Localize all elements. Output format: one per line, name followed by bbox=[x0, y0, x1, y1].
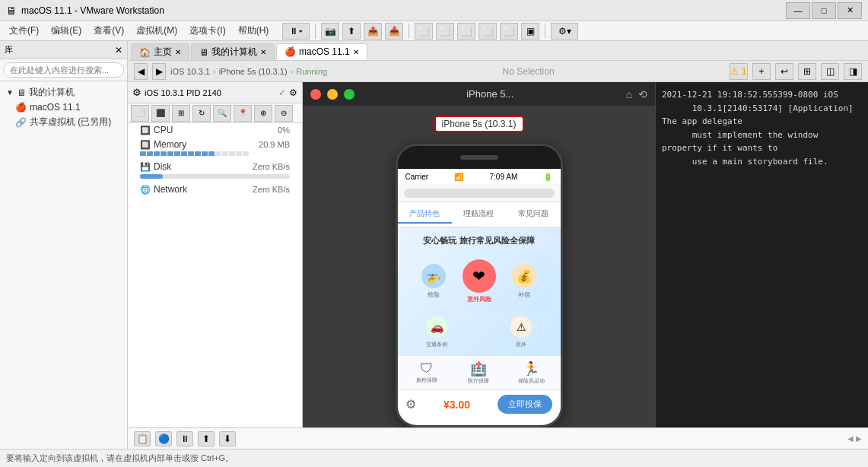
hero-center: ❤ 意外风险 bbox=[463, 259, 496, 303]
bottom-label3: 保险风运动 bbox=[518, 377, 545, 385]
iphone-tab-faq[interactable]: 常见问题 bbox=[506, 205, 560, 224]
process-icon: ⚙ bbox=[132, 87, 141, 98]
tab-macos-label: macOS 11.1 bbox=[299, 46, 350, 57]
proc-btn1[interactable]: ⬜ bbox=[131, 105, 149, 122]
warning-button[interactable]: ⚠ 1 bbox=[730, 63, 748, 80]
disk-name: 💾 Disk bbox=[140, 161, 171, 172]
computer-icon: 🖥 bbox=[17, 87, 26, 98]
bottom-item1: 🛡 旅程保障 bbox=[402, 361, 452, 385]
separator bbox=[315, 24, 316, 39]
split-button[interactable]: ⊞ bbox=[798, 63, 816, 80]
menu-tabs[interactable]: 选项卡(I) bbox=[183, 21, 231, 40]
iphone-device: Carrier 📶 7:09 AM 🔋 产品特色 bbox=[396, 144, 563, 427]
scroll-bar-area: ◀ ▶ bbox=[847, 434, 862, 443]
tab-home-label: 主页 bbox=[154, 46, 172, 59]
sidebar-close-icon[interactable]: ✕ bbox=[115, 45, 122, 56]
expand-arrow: ▼ bbox=[6, 88, 14, 97]
menu-help[interactable]: 帮助(H) bbox=[232, 21, 275, 40]
tab-home[interactable]: 🏠 主页 ✕ bbox=[131, 43, 189, 60]
receive-button[interactable]: 📥 bbox=[385, 23, 403, 40]
layout1-button[interactable]: ⬜ bbox=[415, 23, 433, 40]
tab-macos[interactable]: 🍎 macOS 11.1 ✕ bbox=[276, 43, 367, 60]
proc-btn5[interactable]: 🔍 bbox=[213, 105, 231, 122]
layout4-button[interactable]: ⬜ bbox=[479, 23, 497, 40]
vm-content: ⚙ iOS 10.3.1 PID 2140 ✓ ⚙ ⬜ ⬛ ⊞ ↻ 🔍 📍 bbox=[128, 82, 868, 427]
tab-home-close[interactable]: ✕ bbox=[175, 48, 181, 56]
maximize-button[interactable]: □ bbox=[812, 2, 836, 19]
panel2-button[interactable]: ◨ bbox=[844, 63, 862, 80]
search-input[interactable] bbox=[3, 62, 124, 78]
disk-bar bbox=[140, 174, 290, 179]
sidebar-item-macos[interactable]: 🍎 macOS 11.1 bbox=[0, 100, 127, 114]
proc-btn3[interactable]: ⊞ bbox=[172, 105, 190, 122]
console-button[interactable]: ▣ bbox=[521, 23, 539, 40]
left-sidebar: 库 ✕ ▼ 🖥 我的计算机 🍎 macOS 11.1 🔗 共享虚拟机 (已 bbox=[0, 41, 128, 449]
wifi-icon: 📶 bbox=[454, 173, 463, 181]
hero-illustration: 🚁 抢险 ❤ 意外风险 💰 补偿 bbox=[405, 251, 553, 312]
panel1-button[interactable]: ◫ bbox=[821, 63, 839, 80]
nav-back-button[interactable]: ◀ bbox=[134, 63, 148, 80]
time-label: 7:09 AM bbox=[490, 173, 518, 181]
add-button[interactable]: + bbox=[752, 63, 771, 80]
menu-view[interactable]: 查看(V) bbox=[87, 21, 130, 40]
nav-forward-button[interactable]: ▶ bbox=[152, 63, 166, 80]
bottom-btn3[interactable]: ⏸ bbox=[176, 431, 193, 446]
bottom-btn4[interactable]: ⬆ bbox=[198, 431, 215, 446]
disk-value: Zero KB/s bbox=[253, 162, 290, 171]
iphone-tabs[interactable]: 产品特色 理赔流程 常见问题 bbox=[398, 202, 561, 227]
settings-button[interactable]: ⚙▾ bbox=[551, 23, 578, 40]
sim-icon-group: ⌂ ⟲ bbox=[626, 88, 647, 100]
process-header: ⚙ iOS 10.3.1 PID 2140 ✓ ⚙ bbox=[128, 82, 302, 103]
close-button[interactable]: ✕ bbox=[838, 2, 862, 19]
menu-edit[interactable]: 编辑(E) bbox=[45, 21, 87, 40]
bottom-btn5[interactable]: ⬇ bbox=[219, 431, 236, 446]
title-bar: 🖥 macOS 11.1 - VMware Workstation — □ ✕ bbox=[0, 0, 868, 21]
tab-my-computer-close[interactable]: ✕ bbox=[260, 48, 266, 56]
cta-button[interactable]: 立即投保 bbox=[498, 395, 552, 414]
bottom-btn2[interactable]: 🔵 bbox=[155, 431, 172, 446]
cpu-icon: 🔲 bbox=[140, 125, 151, 135]
proc-btn6[interactable]: 📍 bbox=[234, 105, 252, 122]
sim-fullscreen-btn[interactable] bbox=[344, 89, 355, 100]
bottom-label2: 医疗保障 bbox=[468, 377, 489, 385]
window-controls[interactable]: — □ ✕ bbox=[786, 2, 862, 19]
hero-icon1: 🚁 抢险 bbox=[421, 264, 446, 299]
console-text: 2021-12-21 19:18:52.555399-0800 iOS 10.3… bbox=[662, 88, 862, 169]
spacer bbox=[469, 316, 490, 348]
proc-btn4[interactable]: ↻ bbox=[192, 105, 211, 122]
pause-button[interactable]: ⏸▾ bbox=[282, 23, 310, 40]
proc-btn2[interactable]: ⬛ bbox=[151, 105, 170, 122]
sidebar-item-shared-vm[interactable]: 🔗 共享虚拟机 (已另用) bbox=[0, 114, 127, 130]
process-settings-icon[interactable]: ⚙ bbox=[289, 87, 297, 98]
restore-button[interactable]: ⬆ bbox=[342, 23, 361, 40]
minimize-button[interactable]: — bbox=[786, 2, 810, 19]
proc-btn8[interactable]: ⊖ bbox=[275, 105, 293, 122]
macos-label: macOS 11.1 bbox=[30, 102, 81, 113]
bottom-btn1[interactable]: 📋 bbox=[134, 431, 151, 446]
gear-icon[interactable]: ⚙ bbox=[405, 397, 416, 411]
tab-my-computer[interactable]: 🖥 我的计算机 ✕ bbox=[191, 43, 275, 60]
disk-label: Disk bbox=[154, 161, 171, 172]
layout5-button[interactable]: ⬜ bbox=[500, 23, 518, 40]
layout2-button[interactable]: ⬜ bbox=[436, 23, 454, 40]
shared-label: 共享虚拟机 (已另用) bbox=[30, 116, 111, 129]
layout3-button[interactable]: ⬜ bbox=[457, 23, 475, 40]
sim-rotate-icon[interactable]: ⟲ bbox=[638, 88, 647, 100]
snapshot-button[interactable]: 📷 bbox=[321, 23, 339, 40]
tab-macos-close[interactable]: ✕ bbox=[353, 48, 359, 56]
iphone-tab-features[interactable]: 产品特色 bbox=[398, 205, 452, 224]
back-button[interactable]: ↩ bbox=[775, 63, 793, 80]
sidebar-item-my-computer[interactable]: ▼ 🖥 我的计算机 bbox=[0, 84, 127, 100]
memory-name-container: 🔲 Memory bbox=[140, 139, 186, 150]
send-button[interactable]: 📤 bbox=[364, 23, 382, 40]
my-computer-icon: 🖥 bbox=[199, 47, 208, 58]
menu-vm[interactable]: 虚拟机(M) bbox=[130, 21, 183, 40]
memory-icon: 🔲 bbox=[140, 140, 151, 150]
iphone-tab-process[interactable]: 理赔流程 bbox=[452, 205, 506, 224]
memory-value: 20.9 MB bbox=[259, 140, 290, 149]
proc-btn7[interactable]: ⊕ bbox=[254, 105, 272, 122]
sim-minimize-btn[interactable] bbox=[327, 89, 338, 100]
menu-file[interactable]: 文件(F) bbox=[3, 21, 45, 40]
sim-home-icon[interactable]: ⌂ bbox=[626, 88, 632, 100]
sim-close-btn[interactable] bbox=[310, 89, 321, 100]
